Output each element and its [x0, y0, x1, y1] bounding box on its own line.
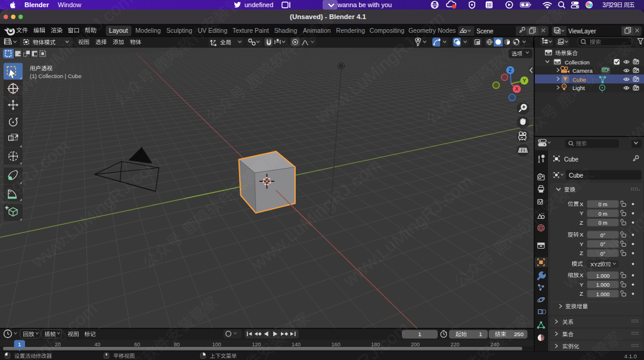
svg-text:undefined: undefined	[244, 1, 273, 8]
svg-text:wanna be with you: wanna be with you	[337, 1, 392, 8]
svg-text:X: X	[580, 231, 584, 238]
svg-text:Scene: Scene	[476, 28, 494, 35]
svg-text:4.1.0: 4.1.0	[624, 353, 637, 359]
svg-text:Layout: Layout	[109, 27, 128, 34]
svg-text:1: 1	[18, 341, 21, 347]
svg-text:Y: Y	[522, 77, 526, 83]
svg-text:www.LuMingRJ.com: www.LuMingRJ.com	[275, 318, 413, 360]
svg-text:3: 3	[602, 1, 606, 8]
svg-text:Compositing: Compositing	[370, 27, 405, 34]
svg-text:Z: Z	[580, 290, 583, 297]
svg-text:1: 1	[418, 331, 421, 337]
svg-text:Z: Z	[580, 219, 583, 226]
svg-text:Y: Y	[580, 241, 584, 247]
svg-text:Blender: Blender	[24, 1, 49, 8]
svg-text:ViewLayer: ViewLayer	[568, 28, 596, 35]
svg-text:Z: Z	[509, 67, 512, 73]
svg-text:0 m: 0 m	[598, 211, 607, 217]
svg-text:29: 29	[611, 1, 618, 8]
svg-text:Y: Y	[580, 210, 584, 216]
svg-text:Z: Z	[580, 250, 583, 256]
svg-text:Rendering: Rendering	[336, 27, 366, 34]
svg-text:Shading: Shading	[274, 27, 298, 34]
svg-text:1.000: 1.000	[596, 282, 610, 288]
svg-text:Cube: Cube	[564, 156, 578, 163]
svg-text:Modeling: Modeling	[135, 27, 161, 34]
svg-text:X: X	[515, 86, 519, 92]
svg-text:Sculpting: Sculpting	[166, 27, 192, 34]
svg-text:1.000: 1.000	[596, 273, 610, 279]
svg-text:Window: Window	[58, 1, 81, 8]
svg-text:0 m: 0 m	[598, 201, 607, 207]
svg-text:X: X	[580, 201, 584, 207]
svg-text:0 m: 0 m	[598, 220, 607, 226]
svg-text:UV Editing: UV Editing	[198, 27, 228, 34]
svg-text:1: 1	[479, 331, 482, 337]
svg-text:Collection: Collection	[565, 59, 590, 66]
svg-text:Texture Paint: Texture Paint	[233, 27, 269, 34]
svg-text:1.000: 1.000	[596, 291, 610, 297]
svg-text:0°: 0°	[600, 232, 606, 238]
svg-text:250: 250	[514, 331, 524, 337]
